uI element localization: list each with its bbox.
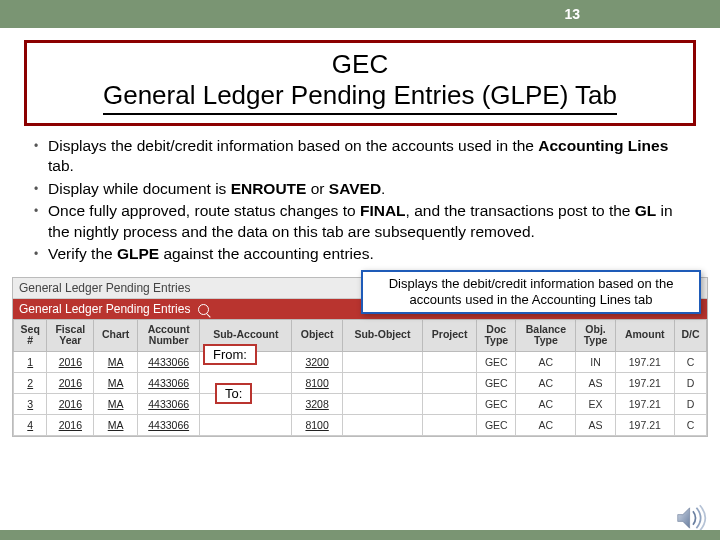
panel-subtitle: General Ledger Pending Entries xyxy=(19,302,190,316)
table-cell: IN xyxy=(576,351,615,372)
table-cell: 2016 xyxy=(47,351,94,372)
table-row: 22016MA44330668100GECACAS197.21D xyxy=(14,372,707,393)
table-header-cell: DocType xyxy=(477,319,516,351)
table-body: 12016MA44330663200GECACIN197.21C22016MA4… xyxy=(14,351,707,435)
table-cell: EX xyxy=(576,393,615,414)
table-cell: MA xyxy=(94,372,138,393)
table-cell xyxy=(342,351,422,372)
glpe-panel: Displays the debit/credit information ba… xyxy=(12,277,708,437)
table-header-cell: Amount xyxy=(615,319,674,351)
title-line-2: General Ledger Pending Entries (GLPE) Ta… xyxy=(103,80,617,115)
table-cell: 3 xyxy=(14,393,47,414)
from-annotation: From: xyxy=(203,344,257,365)
table-cell: 2016 xyxy=(47,372,94,393)
table-cell xyxy=(423,414,477,435)
table-row: 42016MA44330668100GECACAS197.21C xyxy=(14,414,707,435)
title-box: GEC General Ledger Pending Entries (GLPE… xyxy=(24,40,696,126)
table-cell: C xyxy=(674,414,706,435)
table-cell: GEC xyxy=(477,351,516,372)
table-cell: GEC xyxy=(477,414,516,435)
table-row: 32016MA44330663208GECACEX197.21D xyxy=(14,393,707,414)
table-header-cell: Project xyxy=(423,319,477,351)
bullet-item: •Displays the debit/credit information b… xyxy=(34,136,686,177)
table-cell: 2016 xyxy=(47,393,94,414)
table-cell xyxy=(342,372,422,393)
table-cell xyxy=(423,393,477,414)
bullet-text: Verify the GLPE against the accounting e… xyxy=(48,244,374,264)
bullet-dot: • xyxy=(34,179,48,199)
table-header-cell: AccountNumber xyxy=(138,319,200,351)
title-line-1: GEC xyxy=(37,49,683,80)
table-header-cell: Sub-Object xyxy=(342,319,422,351)
table-cell xyxy=(200,414,292,435)
table-header-row: Seq#FiscalYearChartAccountNumberSub-Acco… xyxy=(14,319,707,351)
table-cell: GEC xyxy=(477,393,516,414)
table-cell: AC xyxy=(516,393,576,414)
table-cell: 4 xyxy=(14,414,47,435)
table-cell: 197.21 xyxy=(615,414,674,435)
bullet-list: •Displays the debit/credit information b… xyxy=(34,136,686,265)
table-cell: 4433066 xyxy=(138,351,200,372)
table-cell: 2 xyxy=(14,372,47,393)
table-cell: AC xyxy=(516,414,576,435)
table-cell: 1 xyxy=(14,351,47,372)
table-cell: AS xyxy=(576,372,615,393)
glpe-table: Seq#FiscalYearChartAccountNumberSub-Acco… xyxy=(13,319,707,436)
table-header-cell: FiscalYear xyxy=(47,319,94,351)
bullet-text: Display while document is ENROUTE or SAV… xyxy=(48,179,385,199)
table-cell: 8100 xyxy=(292,372,342,393)
table-cell: D xyxy=(674,393,706,414)
table-header-cell: BalanceType xyxy=(516,319,576,351)
bullet-text: Once fully approved, route status change… xyxy=(48,201,686,242)
table-header-cell: Seq# xyxy=(14,319,47,351)
table-cell: MA xyxy=(94,414,138,435)
slide-footer-bar xyxy=(0,530,720,540)
speaker-icon[interactable] xyxy=(676,504,710,532)
bullet-text: Displays the debit/credit information ba… xyxy=(48,136,686,177)
table-cell: AC xyxy=(516,372,576,393)
bullet-item: •Verify the GLPE against the accounting … xyxy=(34,244,686,264)
table-cell: MA xyxy=(94,351,138,372)
table-cell: AC xyxy=(516,351,576,372)
search-icon[interactable] xyxy=(198,304,209,315)
table-cell xyxy=(342,414,422,435)
bullet-item: •Once fully approved, route status chang… xyxy=(34,201,686,242)
table-header-cell: Obj.Type xyxy=(576,319,615,351)
table-cell: C xyxy=(674,351,706,372)
table-cell xyxy=(342,393,422,414)
table-cell: 4433066 xyxy=(138,393,200,414)
table-header-cell: D/C xyxy=(674,319,706,351)
table-cell xyxy=(423,372,477,393)
table-cell: 197.21 xyxy=(615,393,674,414)
bullet-dot: • xyxy=(34,244,48,264)
table-header-cell: Chart xyxy=(94,319,138,351)
table-row: 12016MA44330663200GECACIN197.21C xyxy=(14,351,707,372)
table-cell: 3208 xyxy=(292,393,342,414)
table-cell: 3200 xyxy=(292,351,342,372)
table-cell: 4433066 xyxy=(138,372,200,393)
callout-box: Displays the debit/credit information ba… xyxy=(361,270,701,315)
table-cell xyxy=(423,351,477,372)
to-annotation: To: xyxy=(215,383,252,404)
table-cell: D xyxy=(674,372,706,393)
bullet-dot: • xyxy=(34,201,48,242)
table-cell: MA xyxy=(94,393,138,414)
table-header-cell: Object xyxy=(292,319,342,351)
slide-number: 13 xyxy=(564,6,580,22)
table-cell: GEC xyxy=(477,372,516,393)
table-cell: 4433066 xyxy=(138,414,200,435)
table-cell: 2016 xyxy=(47,414,94,435)
table-cell: 197.21 xyxy=(615,351,674,372)
table-cell: 197.21 xyxy=(615,372,674,393)
bullet-dot: • xyxy=(34,136,48,177)
table-cell: 8100 xyxy=(292,414,342,435)
table-cell: AS xyxy=(576,414,615,435)
bullet-item: •Display while document is ENROUTE or SA… xyxy=(34,179,686,199)
slide-header-bar: 13 xyxy=(0,0,720,28)
